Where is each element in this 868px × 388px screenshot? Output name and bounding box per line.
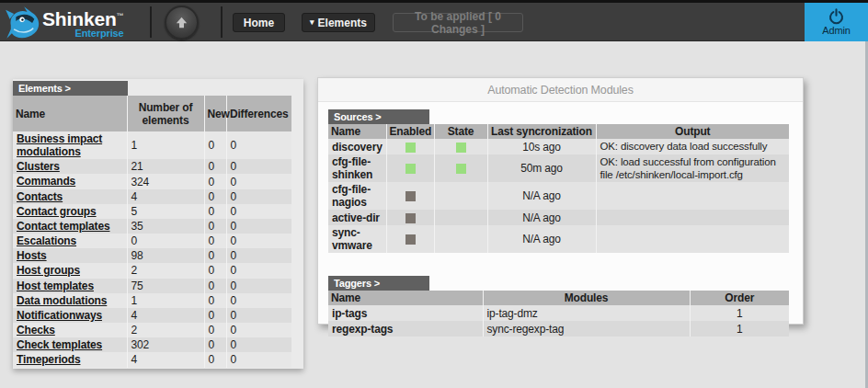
- source-output-cell: [596, 225, 789, 253]
- arrow-up-icon: [174, 15, 189, 30]
- element-name-cell: Clusters: [13, 159, 127, 174]
- source-last-sync-cell: N/A ago: [487, 210, 596, 225]
- element-link[interactable]: Checks: [17, 324, 55, 337]
- element-diff-cell: 0: [226, 293, 291, 308]
- source-output-cell: OK: load successful from configuration f…: [596, 154, 789, 182]
- element-count-cell: 4: [127, 352, 204, 367]
- elements-menu-button[interactable]: ▾ Elements: [302, 13, 375, 32]
- element-link[interactable]: Timeperiods: [17, 353, 80, 366]
- element-new-cell: 0: [204, 234, 226, 248]
- source-state-cell: [434, 225, 487, 253]
- source-row: sync-vmwareN/A ago: [328, 225, 789, 253]
- elements-table: Name Number of elements New Differences …: [13, 96, 291, 368]
- source-state-cell: [434, 139, 487, 154]
- element-link[interactable]: Host groups: [17, 264, 80, 277]
- sources-tab[interactable]: Sources >: [328, 109, 429, 124]
- element-count-cell: 21: [127, 159, 204, 174]
- home-button[interactable]: Home: [233, 13, 285, 32]
- source-name-cell: discovery: [328, 139, 386, 154]
- status-enabled-icon: [456, 143, 466, 153]
- source-output-cell: [596, 210, 789, 225]
- element-diff-cell: 0: [226, 308, 291, 323]
- element-count-cell: 35: [127, 219, 204, 234]
- element-count-cell: 324: [127, 174, 204, 188]
- taggers-tab[interactable]: Taggers >: [328, 276, 429, 291]
- tagger-order-cell: 1: [690, 321, 789, 337]
- element-link[interactable]: Business impact modulations: [17, 132, 102, 158]
- element-name-cell: Contact groups: [13, 204, 127, 219]
- status-disabled-icon: [405, 191, 416, 201]
- element-name-cell: Notificationways: [13, 308, 127, 323]
- element-count-cell: 75: [127, 279, 204, 293]
- source-name-cell: cfg-file-shinken: [328, 154, 386, 182]
- card-title: Automatic Detection Modules: [318, 78, 803, 102]
- status-disabled-icon: [405, 213, 416, 223]
- element-row: Commands32400: [13, 174, 291, 188]
- sources-table-header: Name Enabled State Last syncronization O…: [328, 124, 789, 139]
- source-enabled-cell: [386, 154, 434, 182]
- status-enabled-icon: [456, 164, 466, 174]
- element-link[interactable]: Hosts: [17, 249, 47, 262]
- element-diff-cell: 0: [226, 234, 291, 248]
- element-new-cell: 0: [204, 337, 226, 352]
- element-name-cell: Business impact modulations: [13, 131, 127, 159]
- element-count-cell: 4: [127, 308, 204, 323]
- element-count-cell: 5: [127, 204, 204, 219]
- element-link[interactable]: Host templates: [17, 280, 94, 292]
- element-link[interactable]: Escalations: [17, 234, 76, 247]
- element-name-cell: Contact templates: [13, 219, 127, 234]
- elements-summary-panel: Elements > Name Number of elements New D…: [13, 79, 303, 369]
- element-name-cell: Data modulations: [13, 293, 127, 308]
- scroll-top-button[interactable]: [165, 6, 199, 40]
- element-new-cell: 0: [204, 293, 226, 308]
- element-count-cell: 1: [127, 131, 204, 159]
- source-enabled-cell: [386, 210, 434, 225]
- element-diff-cell: 0: [226, 204, 291, 219]
- source-last-sync-cell: N/A ago: [487, 182, 596, 210]
- element-row: Contacts400: [13, 189, 291, 204]
- element-new-cell: 0: [204, 308, 226, 323]
- element-new-cell: 0: [204, 279, 226, 293]
- status-disabled-icon: [405, 234, 416, 245]
- col-enabled: Enabled: [386, 124, 434, 139]
- element-link[interactable]: Contact templates: [17, 220, 109, 233]
- source-output-cell: OK: discovery data load successfully: [596, 139, 789, 154]
- col-number-of-elements: Number of elements: [127, 96, 204, 131]
- elements-panel-tab[interactable]: Elements >: [13, 81, 128, 96]
- element-count-cell: 1: [127, 293, 204, 308]
- element-new-cell: 0: [204, 219, 226, 234]
- shinken-logo: Shinken™ Enterprise: [4, 4, 124, 40]
- source-enabled-cell: [386, 139, 434, 154]
- element-new-cell: 0: [204, 131, 226, 159]
- element-diff-cell: 0: [226, 352, 291, 367]
- element-link[interactable]: Clusters: [17, 160, 60, 173]
- pending-changes-button[interactable]: To be applied [ 0 Changes ]: [393, 13, 523, 32]
- element-row: Host templates7500: [13, 279, 291, 293]
- element-link[interactable]: Contacts: [17, 190, 63, 203]
- tagger-name-cell: regexp-tags: [328, 321, 483, 337]
- top-navigation-bar: Shinken™ Enterprise Home ▾ Elements To b…: [0, 0, 868, 41]
- source-state-cell: [434, 210, 487, 225]
- element-link[interactable]: Contact groups: [17, 205, 97, 218]
- element-link[interactable]: Check templates: [17, 338, 102, 351]
- element-link[interactable]: Notificationways: [17, 309, 102, 322]
- col-state: State: [434, 124, 487, 139]
- automatic-detection-modules-card: Automatic Detection Modules Sources > Na…: [317, 77, 804, 325]
- element-diff-cell: 0: [226, 159, 291, 174]
- source-row: cfg-file-nagiosN/A ago: [328, 182, 789, 210]
- logo-text: Shinken™ Enterprise: [42, 6, 124, 39]
- element-new-cell: 0: [204, 174, 226, 188]
- element-diff-cell: 0: [226, 248, 291, 263]
- tagger-row: regexp-tagssync-regexp-tag1: [328, 321, 789, 337]
- element-new-cell: 0: [204, 323, 226, 337]
- source-last-sync-cell: N/A ago: [487, 225, 596, 253]
- admin-menu-button[interactable]: Admin: [805, 3, 868, 41]
- element-name-cell: Host groups: [13, 263, 127, 278]
- element-link[interactable]: Commands: [17, 175, 75, 188]
- element-new-cell: 0: [204, 204, 226, 219]
- element-diff-cell: 0: [226, 279, 291, 293]
- element-link[interactable]: Data modulations: [17, 294, 107, 307]
- element-name-cell: Escalations: [13, 234, 127, 248]
- col-order: Order: [690, 291, 789, 305]
- element-name-cell: Hosts: [13, 248, 127, 263]
